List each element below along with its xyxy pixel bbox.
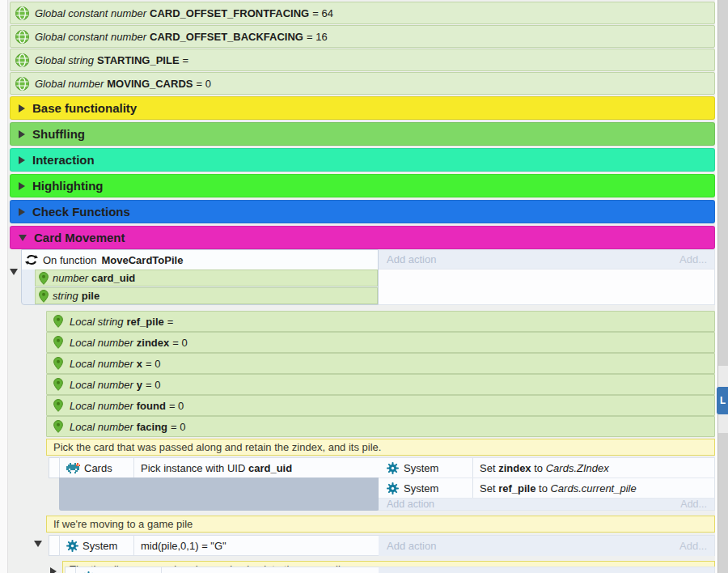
- local-variable-row[interactable]: Local number x = 0: [46, 353, 715, 374]
- add-more-placeholder[interactable]: Add...: [679, 540, 707, 552]
- global-variable-row[interactable]: Global constant number CARD_OFFSET_BACKF…: [10, 25, 715, 48]
- system-gear-icon: [387, 462, 399, 474]
- function-event-actions: Add action Add...: [379, 249, 715, 305]
- comment-pick-card[interactable]: Pick the card that was passed along and …: [46, 439, 715, 456]
- variable-type: Global number: [35, 78, 104, 90]
- variable-value: = 0: [172, 337, 187, 349]
- event-expand-icon[interactable]: [50, 567, 57, 573]
- expand-right-icon[interactable]: [19, 208, 25, 216]
- event-object-cell[interactable]: System: [59, 535, 134, 556]
- variable-value: = 0: [146, 379, 160, 391]
- add-action-row[interactable]: Add action Add...: [379, 250, 714, 270]
- event-object-cell[interactable]: Cards: [59, 457, 134, 478]
- function-loop-icon: [25, 254, 38, 265]
- pin-icon: [39, 272, 49, 285]
- expand-right-icon[interactable]: [19, 182, 25, 190]
- global-variable-row[interactable]: Global number MOVING_CARDS = 0: [10, 72, 715, 95]
- parameter-name: card_uid: [91, 272, 135, 284]
- group-header-card-movement[interactable]: Card Movement: [10, 226, 715, 249]
- action-expression: Cards.ZIndex: [546, 462, 609, 474]
- variable-type: Global string: [35, 54, 94, 66]
- event-object-cell[interactable]: System: [75, 567, 162, 573]
- condition-param: card_uid: [248, 462, 292, 474]
- action-row[interactable]: System Set zindex to Cards.ZIndex: [379, 458, 714, 478]
- variable-name: ref_pile: [126, 316, 163, 328]
- group-header-shuffling[interactable]: Shuffling: [10, 122, 715, 146]
- event-collapse-icon[interactable]: [34, 541, 42, 547]
- add-action-placeholder[interactable]: Add action: [387, 499, 434, 510]
- pin-icon: [53, 315, 63, 328]
- event-collapse-icon[interactable]: [10, 269, 18, 275]
- variable-name: y: [137, 379, 142, 391]
- pin-icon: [53, 336, 63, 349]
- expand-right-icon[interactable]: [19, 104, 25, 112]
- expand-right-icon[interactable]: [19, 130, 25, 138]
- group-label: Shuffling: [32, 127, 85, 141]
- cards-sprite-icon: [66, 463, 80, 473]
- scrollbar-track[interactable]: [717, 0, 728, 573]
- variable-name: facing: [137, 421, 167, 433]
- variable-value: = 0: [169, 400, 184, 412]
- add-more-placeholder[interactable]: Add...: [680, 499, 707, 510]
- event-margin[interactable]: [49, 457, 60, 478]
- side-tab-glyph: L: [720, 395, 726, 406]
- comment-game-pile[interactable]: If we're moving to a game pile: [46, 516, 715, 533]
- globe-icon: [15, 53, 29, 67]
- local-variable-row[interactable]: Local string ref_pile =: [46, 311, 715, 332]
- add-action-placeholder[interactable]: Add action: [387, 253, 436, 265]
- group-header-check-functions[interactable]: Check Functions: [10, 200, 715, 223]
- event-condition-cell[interactable]: mid(pile,0,1) = "G": [133, 535, 379, 556]
- variable-value: = 0: [171, 421, 185, 433]
- event-condition-cell[interactable]: Pick instance with UID card_uid: [133, 457, 379, 478]
- event-margin[interactable]: [65, 567, 76, 573]
- group-label: Interaction: [32, 153, 95, 167]
- group-label: Check Functions: [32, 205, 130, 219]
- global-variable-row[interactable]: Global string STARTING_PILE =: [10, 49, 715, 71]
- function-event-header[interactable]: On function MoveCardToPile: [22, 250, 378, 270]
- function-parameter-row[interactable]: number card_uid: [35, 270, 378, 286]
- globe-icon: [15, 6, 29, 20]
- collapse-down-icon[interactable]: [19, 235, 27, 241]
- group-header-base-functionality[interactable]: Base functionality: [10, 96, 715, 120]
- add-action-placeholder[interactable]: Add action: [387, 540, 436, 552]
- variable-name: zindex: [137, 337, 169, 349]
- add-more-placeholder[interactable]: Add...: [679, 253, 707, 265]
- local-variable-row[interactable]: Local number zindex = 0: [46, 332, 715, 353]
- event-condition-filler[interactable]: [59, 478, 379, 511]
- action-row[interactable]: System Set ref_pile to Cards.current_pil…: [379, 478, 714, 499]
- local-variable-row[interactable]: Local number found = 0: [46, 395, 715, 416]
- partial-event-actions: Add action Add...: [379, 567, 715, 573]
- variable-value: = 64: [312, 7, 333, 19]
- group-header-interaction[interactable]: Interaction: [10, 148, 715, 172]
- add-action-row[interactable]: Add action Add...: [379, 499, 714, 511]
- comment-text: If we're moving to a game pile: [53, 518, 193, 530]
- side-panel-segment: [718, 414, 728, 433]
- event-margin[interactable]: [49, 535, 60, 556]
- variable-type: Local string: [70, 316, 123, 328]
- side-panel-segment: [718, 366, 728, 387]
- variable-value: = 0: [146, 358, 160, 370]
- local-variable-row[interactable]: Local number y = 0: [46, 374, 715, 395]
- side-panel-tab[interactable]: L: [717, 387, 728, 414]
- function-name: MoveCardToPile: [102, 254, 184, 266]
- variable-type: Local number: [70, 400, 133, 412]
- group-label: Highlighting: [32, 179, 103, 193]
- action-text: to: [534, 462, 543, 474]
- globe-icon: [15, 77, 29, 91]
- variable-name: x: [137, 358, 142, 370]
- add-action-row[interactable]: Add action Add...: [379, 536, 714, 556]
- action-object-name: System: [404, 462, 438, 474]
- expand-right-icon[interactable]: [19, 156, 25, 164]
- global-variable-row[interactable]: Global constant number CARD_OFFSET_FRONT…: [10, 2, 715, 24]
- function-parameter-row[interactable]: string pile: [35, 287, 378, 304]
- group-header-highlighting[interactable]: Highlighting: [10, 174, 715, 197]
- function-event-block[interactable]: On function MoveCardToPile number card_u…: [21, 249, 379, 305]
- add-action-row[interactable]: Add action Add...: [379, 567, 714, 573]
- local-variable-row[interactable]: Local number facing = 0: [46, 416, 715, 437]
- event-condition-cell[interactable]: ref_pile = pile: [161, 567, 379, 573]
- comment-text: Pick the card that was passed along and …: [53, 441, 381, 453]
- action-text: Set: [480, 482, 496, 494]
- variable-value: =: [183, 54, 189, 66]
- event-sheet-gutter: [0, 0, 8, 573]
- pick-event-actions: System Set zindex to Cards.ZIndex System…: [379, 457, 715, 511]
